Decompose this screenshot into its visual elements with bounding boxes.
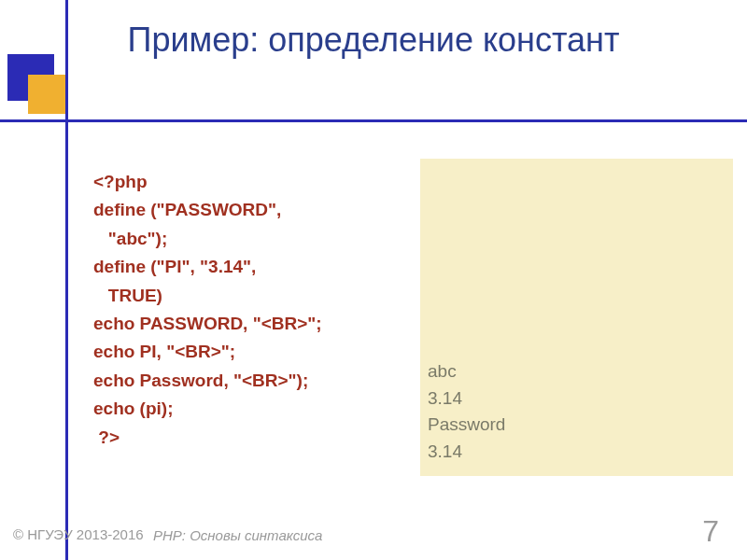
code-line: ?> xyxy=(93,427,120,447)
code-line: echo Password, "<BR>"); xyxy=(93,371,308,390)
code-line: <?php xyxy=(93,172,148,191)
code-line: echo PI, "<BR>"; xyxy=(93,342,235,361)
footer-subtitle: PHP: Основы синтаксиса xyxy=(153,527,322,543)
horizontal-bar xyxy=(0,119,747,122)
code-line: echo PASSWORD, "<BR>"; xyxy=(93,314,322,333)
content-area: <?php define ("PASSWORD", "abc"); define… xyxy=(93,168,635,452)
code-line: TRUE) xyxy=(93,286,162,305)
footer-copyright: © НГУЭУ 2013-2016 xyxy=(13,525,148,544)
page-number: 7 xyxy=(702,514,719,549)
code-line: define ("PASSWORD", xyxy=(93,200,281,219)
code-block: <?php define ("PASSWORD", "abc"); define… xyxy=(93,168,322,452)
code-line: "abc"); xyxy=(93,229,167,248)
slide-footer: © НГУЭУ 2013-2016 PHP: Основы синтаксиса… xyxy=(13,525,728,544)
code-line: define ("PI", "3.14", xyxy=(93,257,256,276)
vertical-bar xyxy=(65,0,68,560)
yellow-square xyxy=(28,75,67,114)
slide-title: Пример: определение констант xyxy=(0,19,747,63)
code-line: echo (pi); xyxy=(93,399,174,418)
